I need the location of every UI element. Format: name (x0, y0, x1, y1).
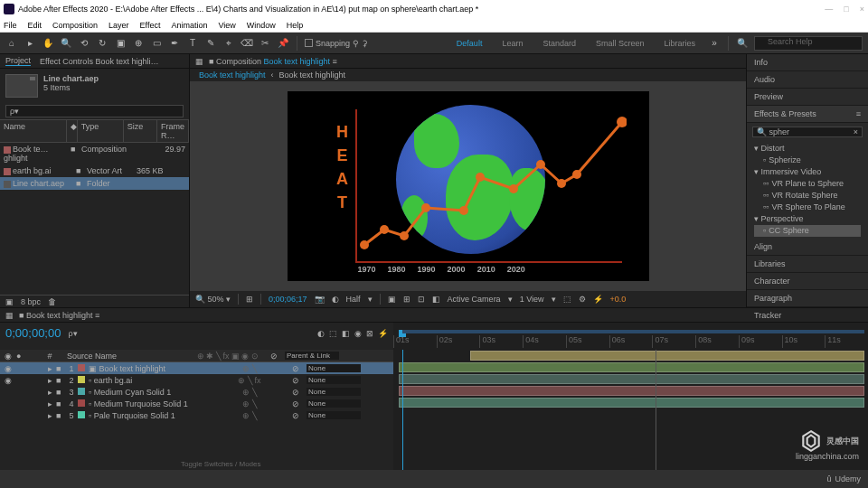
view-select[interactable]: 1 View (520, 295, 544, 304)
workspace-learn[interactable]: Learn (495, 37, 530, 50)
bpc-indicator[interactable]: 8 bpc (21, 297, 41, 306)
project-row[interactable]: earth bg.ai■ Vector Art365 KB (0, 164, 189, 177)
layer-tab-icon[interactable]: ▦ (195, 57, 203, 66)
breadcrumb-1[interactable]: Book text highlight (199, 70, 266, 80)
motion-blur-icon[interactable]: ◉ (354, 329, 362, 338)
tree-spherize[interactable]: ▫ Spherize (754, 155, 861, 166)
layer-row[interactable]: ▸■ 4 ▫ Medium Turquoise Solid 1⊕ ╲ ⊘None (0, 398, 393, 409)
layer-bar[interactable] (399, 386, 864, 396)
workspace-standard[interactable]: Standard (535, 37, 583, 50)
layer-row[interactable]: ▸■ 3 ▫ Medium Cyan Solid 1⊕ ╲ ⊘None (0, 386, 393, 398)
graph-icon[interactable]: ⊠ (366, 329, 373, 338)
resolution[interactable]: ⊞ (246, 295, 253, 304)
tree-vr-plane[interactable]: ▫▫ VR Plane to Sphere (754, 178, 861, 190)
project-row[interactable]: Line chart.aep■ Folder (0, 177, 189, 190)
layer-bar[interactable] (399, 374, 864, 384)
menu-view[interactable]: View (218, 21, 235, 30)
menu-window[interactable]: Window (247, 21, 276, 30)
puppet-tool-icon[interactable]: 📌 (277, 37, 289, 50)
resolution-select[interactable]: Half (346, 295, 361, 304)
work-area[interactable] (402, 330, 864, 333)
menu-animation[interactable]: Animation (171, 21, 207, 30)
col-av[interactable]: ◉ (0, 352, 16, 361)
menu-file[interactable]: File (4, 21, 17, 30)
layer-row[interactable]: ◉▸■ 2 ▫ earth bg.ai⊕ ╲ fx ⊘None (0, 374, 393, 386)
zoom-tool-icon[interactable]: 🔍 (60, 37, 72, 50)
layer-bar[interactable] (399, 362, 864, 372)
workspace-default[interactable]: Default (449, 37, 490, 50)
project-row[interactable]: Book te…ghlight■ Composition29.97 (0, 143, 189, 164)
menu-help[interactable]: Help (287, 21, 304, 30)
minimize-button[interactable]: — (825, 5, 833, 14)
layer-bar[interactable] (470, 351, 864, 361)
roto-tool-icon[interactable]: ✂ (259, 37, 271, 50)
orbit-tool-icon[interactable]: ⟲ (78, 37, 90, 50)
shy-icon[interactable]: ◐ (317, 329, 325, 338)
brainstorm-icon[interactable]: ⚡ (378, 329, 388, 338)
clear-icon[interactable]: × (854, 127, 858, 136)
tree-perspective[interactable]: ▾ Perspective (754, 213, 861, 225)
timecode-display[interactable]: 0;00;06;17 (269, 295, 307, 304)
exposure[interactable]: +0.0 (610, 295, 627, 304)
timeline-ruler-area[interactable]: 01s02s03s 04s05s06s 07s08s09s 10s11s (393, 323, 868, 350)
project-search[interactable]: ρ▾ (5, 105, 184, 117)
current-time[interactable]: 0;00;00;00 (5, 326, 61, 340)
layer-row[interactable]: ◉▸■ 1 ▣ Book text highlight⊕ ╲ ⊘None (0, 362, 393, 374)
grid-icon[interactable]: ⊞ (403, 295, 410, 304)
composition-tab[interactable]: ■ Composition Book text highlight ≡ (209, 57, 337, 66)
playhead-line[interactable] (402, 350, 403, 470)
draft-icon[interactable]: ⬚ (329, 329, 337, 338)
workspace-libraries[interactable]: Libraries (656, 37, 703, 50)
time-ruler[interactable]: 01s02s03s 04s05s06s 07s08s09s 10s11s (393, 335, 868, 348)
tree-vr-sphere[interactable]: ▫▫ VR Sphere To Plane (754, 202, 861, 213)
magnification[interactable]: 🔍 50% ▾ (195, 295, 231, 304)
trash-icon[interactable]: 🗑 (48, 297, 56, 306)
roi-icon[interactable]: ▣ (388, 295, 396, 304)
anchor-tool-icon[interactable]: ⊕ (132, 37, 145, 50)
project-tab[interactable]: Project (5, 56, 31, 66)
frame-blend-icon[interactable]: ◧ (342, 329, 350, 338)
shape-tool-icon[interactable]: ▭ (150, 37, 163, 50)
col-lock[interactable]: ● (16, 352, 43, 361)
home-icon[interactable]: ⌂ (5, 37, 18, 50)
toggle-switches[interactable]: Toggle Switches / Modes (181, 460, 261, 468)
audio-panel[interactable]: Audio (747, 71, 868, 89)
effect-controls-tab[interactable]: Effect Controls Book text highli… (40, 57, 158, 66)
align-panel[interactable]: Align (747, 239, 868, 256)
col-switches[interactable]: ⊕ ✱ ╲ fx ▣ ◉ ⊙ (192, 352, 264, 361)
text-tool-icon[interactable]: T (186, 37, 199, 50)
stamp-tool-icon[interactable]: ⌖ (222, 37, 235, 50)
draft3d-icon[interactable]: ⬚ (563, 295, 571, 304)
col-label[interactable]: ◆ (67, 120, 78, 142)
layer-bar[interactable] (399, 398, 864, 408)
snapping-toggle[interactable]: Snapping⚲ ⚳ (305, 39, 368, 48)
workspace-small[interactable]: Small Screen (589, 37, 652, 50)
camera-tool-icon[interactable]: ▣ (114, 37, 127, 50)
info-panel[interactable]: Info (747, 54, 868, 71)
selection-tool-icon[interactable]: ▸ (24, 37, 36, 50)
menu-edit[interactable]: Edit (28, 21, 42, 30)
channel-icon[interactable]: ◐ (332, 295, 339, 304)
col-type[interactable]: Type (78, 120, 124, 142)
tree-vr-rotate[interactable]: ▫▫ VR Rotate Sphere (754, 190, 861, 202)
col-size[interactable]: Size (124, 120, 157, 142)
fast-preview-icon[interactable]: ⚡ (593, 295, 603, 304)
menu-layer[interactable]: Layer (108, 21, 129, 30)
workspace-menu-icon[interactable]: » (708, 37, 721, 50)
paragraph-panel[interactable]: Paragraph (747, 290, 868, 307)
search-help-input[interactable]: Search Help (754, 36, 863, 51)
timeline-search[interactable]: ρ▾ (68, 329, 77, 338)
effects-search[interactable]: 🔍 spher× (752, 127, 863, 137)
effects-presets-panel[interactable]: Effects & Presets≡ (747, 106, 868, 123)
rotate-tool-icon[interactable]: ↻ (96, 37, 108, 50)
maximize-button[interactable]: □ (844, 5, 848, 14)
col-source[interactable]: Source Name (65, 352, 192, 361)
render-queue-icon[interactable]: ▦ (5, 311, 14, 320)
mask-icon[interactable]: ◧ (432, 295, 440, 304)
tree-immersive[interactable]: ▾ Immersive Video (754, 166, 861, 178)
timeline-tab[interactable]: ■ Book text highlight ≡ (19, 311, 99, 320)
guides-icon[interactable]: ⊡ (418, 295, 425, 304)
pen-tool-icon[interactable]: ✒ (168, 37, 181, 50)
layer-row[interactable]: ▸■ 5 ▫ Pale Turquoise Solid 1⊕ ╲ ⊘None (0, 409, 393, 421)
brush-tool-icon[interactable]: ✎ (204, 37, 217, 50)
